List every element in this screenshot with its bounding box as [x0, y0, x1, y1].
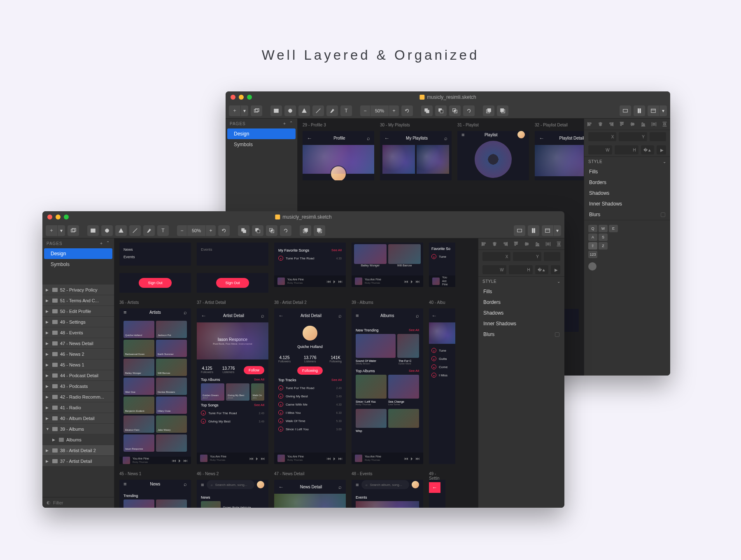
add-page-icon[interactable]: ＋	[99, 240, 104, 246]
artist-tile[interactable]: Jake Weary	[156, 415, 187, 433]
artist-tile[interactable]: Barbeansal Down	[124, 340, 154, 357]
search-icon[interactable]: ⌕	[416, 313, 419, 319]
layer-row[interactable]: ▶42 - Radio Recomm...	[42, 392, 114, 402]
artboard-label[interactable]: 32 - Playlist Detail	[535, 123, 584, 128]
bool-union[interactable]	[421, 105, 433, 116]
lock-field[interactable]	[544, 252, 560, 261]
backward-button[interactable]	[314, 225, 325, 236]
borders-row[interactable]: Borders	[584, 177, 670, 188]
inner-shadows-row[interactable]: Inner Shadows	[478, 318, 564, 329]
cloud-button[interactable]	[528, 225, 539, 236]
artboard-label[interactable]: 45 - News 1	[119, 471, 191, 477]
view-button[interactable]	[542, 225, 553, 236]
cloud-button[interactable]	[634, 105, 645, 116]
artist-tile[interactable]: Denise Brewers	[156, 378, 187, 395]
layer-row[interactable]: ▶52 - Privacy Policy	[42, 285, 114, 295]
layer-row[interactable]: ▶45 - News 1	[42, 359, 114, 370]
shadows-row[interactable]: Shadows	[584, 188, 670, 198]
align-bottom-icon[interactable]	[532, 238, 543, 250]
back-button[interactable]: ←	[429, 482, 440, 493]
now-playing-bar[interactable]: You Are FineRuby Thomas⏮⏵⏭	[274, 275, 346, 287]
bool-subtract[interactable]	[435, 105, 447, 116]
flip-v-icon[interactable]: ▶	[657, 145, 666, 154]
artboard-label[interactable]: 29 - Profile 3	[303, 123, 374, 128]
flip-v-icon[interactable]: ▶	[551, 265, 560, 274]
oval-tool[interactable]	[284, 105, 296, 116]
search-icon[interactable]: ⌕	[444, 135, 447, 141]
line-tool[interactable]	[312, 105, 324, 116]
layer-row[interactable]: ▶44 - Podcast Detail	[42, 370, 114, 381]
layer-row-selected[interactable]: ▶38 - Artist Detail 2	[42, 445, 114, 456]
mirror-button[interactable]	[620, 105, 631, 116]
menu-icon[interactable]: ≡	[356, 313, 359, 319]
bool-difference[interactable]	[463, 105, 475, 116]
see-all-link[interactable]: See All	[254, 403, 264, 407]
y-field[interactable]: Y	[513, 252, 541, 261]
x-field[interactable]: X	[482, 252, 510, 261]
fills-row[interactable]: Fills	[584, 166, 670, 177]
symbols-button[interactable]	[68, 225, 79, 236]
layer-row[interactable]: ▶51 - Terms And C...	[42, 295, 114, 306]
align-vcenter-icon[interactable]	[627, 119, 638, 130]
menu-icon[interactable]: ≡	[356, 482, 359, 488]
artist-tile[interactable]: Eleanor Fant	[124, 415, 154, 433]
mirror-button[interactable]	[514, 225, 525, 236]
page-design[interactable]: Design	[227, 128, 296, 139]
artboard-label[interactable]: 38 - Artist Detail 2	[274, 300, 346, 306]
back-icon[interactable]: ←	[384, 135, 389, 141]
layer-row[interactable]: ▶48 - Events	[42, 327, 114, 338]
now-playing-bar[interactable]: You Are FineRuby Thomas⏮⏵⏭	[352, 275, 423, 287]
artist-tile[interactable]: Benjamin Evalent	[124, 397, 154, 414]
menu-icon[interactable]: ≡	[201, 482, 204, 488]
symbols-button[interactable]	[251, 105, 262, 116]
layer-row-sub[interactable]: ▶Albums	[42, 434, 114, 445]
w-field[interactable]: W	[588, 145, 612, 154]
menu-item[interactable]: Events	[124, 253, 187, 261]
w-field[interactable]: W	[482, 265, 506, 274]
align-right-icon[interactable]	[606, 119, 616, 130]
layer-row[interactable]: ▶41 - Radio	[42, 402, 114, 413]
artist-tile[interactable]: Will Barrow	[156, 359, 187, 376]
album-tile[interactable]	[356, 334, 396, 358]
borders-row[interactable]: Borders	[478, 297, 564, 308]
align-left-icon[interactable]	[478, 238, 489, 250]
zoom-in[interactable]: +	[389, 105, 399, 116]
triangle-tool[interactable]	[115, 225, 127, 236]
artboard-label[interactable]: 37 - Artist Detail	[197, 300, 268, 306]
artboard-label[interactable]: 30 - My Playlists	[380, 123, 452, 128]
now-playing-bar[interactable]: You Are FineRuby Thomas⏮⏵⏭	[119, 457, 191, 464]
align-right-icon[interactable]	[500, 238, 510, 250]
align-bottom-icon[interactable]	[638, 119, 649, 130]
layer-row[interactable]: ▶49 - Settings	[42, 317, 114, 327]
back-icon[interactable]: ←	[539, 135, 544, 141]
album-tile[interactable]	[397, 334, 419, 358]
insert-button[interactable]: ＋	[229, 105, 240, 116]
artboard-label[interactable]: 46 - News 2	[197, 471, 268, 477]
album-tile[interactable]	[388, 409, 419, 428]
distribute-h-icon[interactable]	[543, 238, 554, 250]
filter-icon[interactable]: ◐	[47, 500, 51, 505]
see-all-link[interactable]: See All	[409, 328, 419, 332]
minimize-icon[interactable]	[56, 215, 61, 219]
oval-tool[interactable]	[101, 225, 113, 236]
fills-row[interactable]: Fills	[478, 286, 564, 297]
artboard-label[interactable]: 47 - News Detail	[274, 471, 346, 477]
artist-tile[interactable]: Weir Doe	[124, 378, 154, 395]
search-icon[interactable]: ⌕	[338, 484, 342, 490]
emoji-icon[interactable]	[588, 262, 597, 271]
layer-row[interactable]: ▶37 - Artist Detail	[42, 456, 114, 467]
pen-tool[interactable]	[143, 225, 155, 236]
artist-tile[interactable]	[156, 434, 187, 452]
prev-icon[interactable]: ⏮	[327, 279, 331, 284]
rect-tool[interactable]	[87, 225, 99, 236]
zoom-level[interactable]: 50%	[370, 105, 389, 116]
h-field[interactable]: H	[615, 145, 638, 154]
follow-button[interactable]: Follow	[244, 366, 264, 374]
next-icon[interactable]: ⏭	[338, 279, 343, 284]
artist-tile[interactable]: Iason Responce	[124, 434, 154, 452]
menu-item[interactable]: Events	[201, 246, 264, 253]
artist-tile[interactable]: Jackson Pot	[156, 321, 187, 338]
rotate-tool[interactable]	[401, 105, 413, 116]
text-tool[interactable]: T	[157, 225, 169, 236]
avatar[interactable]	[517, 131, 525, 138]
